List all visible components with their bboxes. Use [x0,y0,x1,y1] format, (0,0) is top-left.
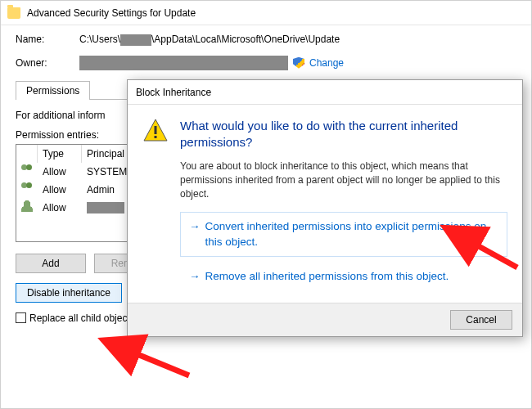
path-prefix: C:\Users\ [79,34,120,45]
dialog-heading: What would you like to do with the curre… [180,118,507,150]
window-title: Advanced Security Settings for Update [27,7,196,19]
arrow-icon: → [189,219,201,249]
folder-icon [7,7,20,19]
user-icon [21,200,33,212]
warning-icon [142,118,169,141]
path-redacted [120,34,151,46]
shield-icon [293,57,304,69]
row1-type: Allow [38,184,82,196]
block-inheritance-dialog: Block Inheritance What would you like to… [127,79,523,337]
owner-label: Owner: [16,57,79,69]
dialog-title: Block Inheritance [128,80,522,105]
principal-redacted [87,202,124,213]
name-path: C:\Users\\AppData\Local\Microsoft\OneDri… [79,34,340,46]
dialog-description: You are about to block inheritance to th… [180,160,507,200]
row2-type: Allow [38,202,82,213]
add-button[interactable]: Add [16,254,86,273]
col-type[interactable]: Type [38,145,82,163]
svg-rect-2 [155,136,157,138]
owner-redacted [79,56,288,70]
disable-inheritance-button[interactable]: Disable inheritance [16,283,122,303]
name-row: Name: C:\Users\\AppData\Local\Microsoft\… [16,34,516,46]
option-remove[interactable]: → Remove all inherited permissions from … [180,262,507,291]
titlebar: Advanced Security Settings for Update [1,1,531,25]
tab-permissions[interactable]: Permissions [16,81,90,100]
svg-rect-1 [155,126,157,134]
col-blank [16,145,38,163]
name-label: Name: [16,34,79,45]
cancel-button[interactable]: Cancel [450,310,512,330]
option-convert-label: Convert inherited permissions into expli… [205,219,499,249]
dialog-text: What would you like to do with the curre… [180,118,507,296]
dialog-footer: Cancel [128,303,522,336]
replace-checkbox[interactable] [16,312,26,323]
change-owner-link[interactable]: Change [309,57,344,69]
option-remove-label: Remove all inherited permissions from th… [205,269,449,284]
path-suffix: \AppData\Local\Microsoft\OneDrive\Update [151,34,340,45]
users-icon [21,164,34,176]
dialog-body: What would you like to do with the curre… [128,105,522,303]
owner-value: Change [79,56,344,70]
users-icon [21,182,34,194]
arrow-icon: → [189,269,201,284]
row0-type: Allow [38,166,82,178]
owner-row: Owner: Change [16,56,516,70]
option-convert[interactable]: → Convert inherited permissions into exp… [180,212,507,256]
